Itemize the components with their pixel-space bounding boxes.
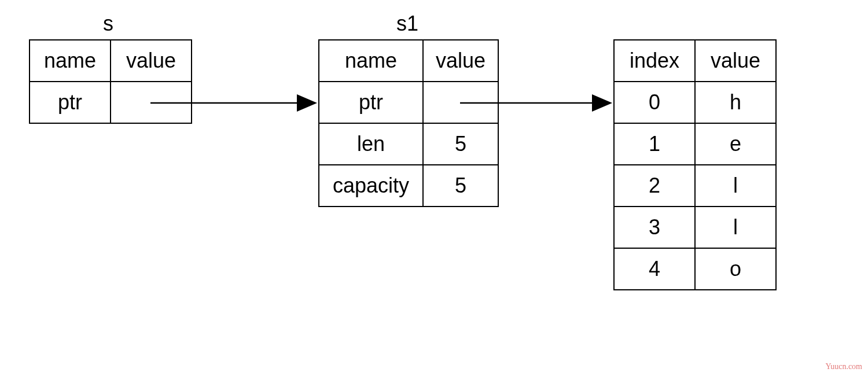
arrow-s-to-s1 — [0, 0, 868, 376]
watermark: Yuucn.com — [826, 362, 862, 371]
